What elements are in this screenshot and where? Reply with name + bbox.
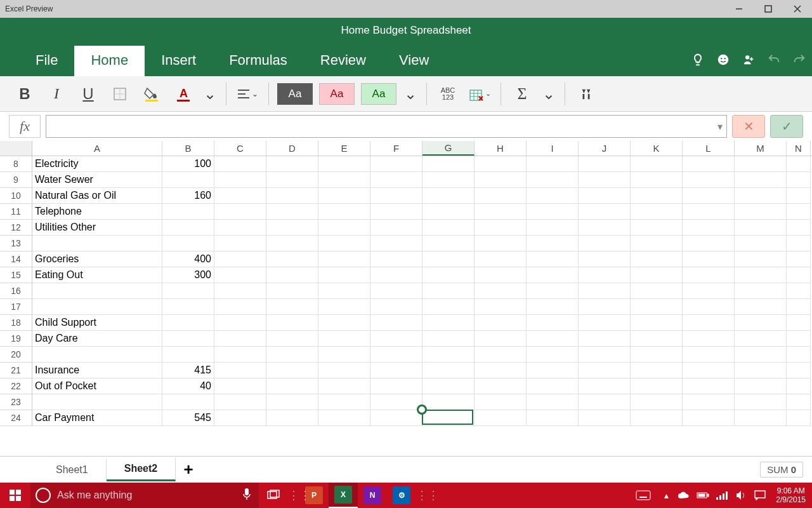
cell[interactable] <box>318 299 370 315</box>
cell[interactable] <box>631 394 683 410</box>
cell[interactable] <box>475 172 527 188</box>
cell[interactable] <box>527 251 579 267</box>
cell[interactable] <box>683 315 735 331</box>
cell[interactable] <box>579 204 631 220</box>
cell[interactable] <box>735 156 787 172</box>
cell[interactable] <box>475 347 527 363</box>
row-header[interactable]: 12 <box>0 220 32 236</box>
cell[interactable] <box>214 251 266 267</box>
cell[interactable] <box>787 299 811 315</box>
cell[interactable] <box>735 331 787 347</box>
taskbar-onenote[interactable]: N <box>358 483 387 508</box>
cell[interactable] <box>579 315 631 331</box>
start-button[interactable] <box>0 483 30 508</box>
cell[interactable] <box>422 236 475 251</box>
cell[interactable] <box>318 156 370 172</box>
cell[interactable] <box>631 204 683 220</box>
cell[interactable] <box>318 410 370 426</box>
cell[interactable] <box>475 315 527 331</box>
find-button[interactable] <box>572 80 601 108</box>
cell[interactable] <box>214 156 266 172</box>
cell[interactable] <box>527 378 579 394</box>
cell[interactable] <box>214 267 266 283</box>
underline-button[interactable]: U <box>74 80 103 108</box>
row-header[interactable]: 15 <box>0 267 32 283</box>
selection-handle[interactable] <box>417 404 427 415</box>
cell[interactable] <box>579 267 631 283</box>
tab-home[interactable]: Home <box>74 46 145 76</box>
sheet-tab-1[interactable]: Sheet1 <box>38 459 107 481</box>
cell[interactable] <box>735 315 787 331</box>
cell[interactable]: 300 <box>162 267 214 283</box>
search-box[interactable]: Ask me anything <box>30 483 259 508</box>
cell[interactable]: Insurance <box>32 363 162 378</box>
cell-style-good[interactable]: Aa <box>361 83 396 105</box>
task-view-button[interactable] <box>259 483 288 508</box>
cell[interactable] <box>475 363 527 378</box>
cell[interactable] <box>527 331 579 347</box>
row-header[interactable]: 22 <box>0 378 32 394</box>
cell[interactable]: Natural Gas or Oil <box>32 188 162 204</box>
cell[interactable]: 40 <box>162 378 214 394</box>
onedrive-icon[interactable] <box>674 483 693 508</box>
cell[interactable] <box>475 331 527 347</box>
cell[interactable] <box>475 410 527 426</box>
col-header-I[interactable]: I <box>527 141 579 156</box>
cell[interactable] <box>370 283 422 299</box>
cell[interactable] <box>735 251 787 267</box>
cell[interactable] <box>787 172 811 188</box>
row-header[interactable]: 14 <box>0 251 32 267</box>
cell[interactable] <box>214 299 266 315</box>
row-header[interactable]: 24 <box>0 410 32 426</box>
cell[interactable] <box>214 172 266 188</box>
cell[interactable] <box>631 283 683 299</box>
fill-color-button[interactable] <box>137 80 166 108</box>
cell[interactable] <box>475 220 527 236</box>
cell[interactable] <box>683 299 735 315</box>
cell[interactable] <box>370 251 422 267</box>
tab-file[interactable]: File <box>19 46 74 76</box>
cell[interactable] <box>422 283 475 299</box>
cell[interactable] <box>527 188 579 204</box>
mic-icon[interactable] <box>242 488 251 503</box>
row-header[interactable]: 16 <box>0 283 32 299</box>
cell[interactable] <box>735 220 787 236</box>
cell[interactable] <box>214 188 266 204</box>
cell[interactable] <box>787 410 811 426</box>
cell[interactable] <box>475 156 527 172</box>
cell[interactable] <box>214 378 266 394</box>
cell[interactable] <box>579 394 631 410</box>
cell[interactable] <box>683 188 735 204</box>
tray-expand-icon[interactable]: ▴ <box>658 483 674 508</box>
cell[interactable] <box>683 378 735 394</box>
cell[interactable] <box>266 283 318 299</box>
cell[interactable] <box>683 156 735 172</box>
smile-icon[interactable] <box>710 47 736 72</box>
cell[interactable] <box>579 220 631 236</box>
cell[interactable] <box>214 347 266 363</box>
sort-more-button[interactable]: ⌄ <box>539 80 558 108</box>
row-header[interactable]: 23 <box>0 394 32 410</box>
cell[interactable] <box>162 283 214 299</box>
cell[interactable] <box>266 363 318 378</box>
cell[interactable] <box>162 204 214 220</box>
cell[interactable]: Car Payment <box>32 410 162 426</box>
cell[interactable] <box>787 363 811 378</box>
cell[interactable] <box>579 172 631 188</box>
cell[interactable] <box>631 410 683 426</box>
font-color-button[interactable]: A <box>169 80 198 108</box>
cell[interactable] <box>162 220 214 236</box>
cell[interactable] <box>266 299 318 315</box>
cell[interactable] <box>475 204 527 220</box>
cell[interactable] <box>527 220 579 236</box>
cell[interactable] <box>527 172 579 188</box>
cell[interactable] <box>370 363 422 378</box>
cell[interactable] <box>787 220 811 236</box>
cell[interactable] <box>683 172 735 188</box>
cell[interactable] <box>735 172 787 188</box>
cell[interactable] <box>787 236 811 251</box>
cell[interactable] <box>422 172 475 188</box>
cell[interactable] <box>735 283 787 299</box>
cell[interactable] <box>527 363 579 378</box>
cell[interactable] <box>318 363 370 378</box>
